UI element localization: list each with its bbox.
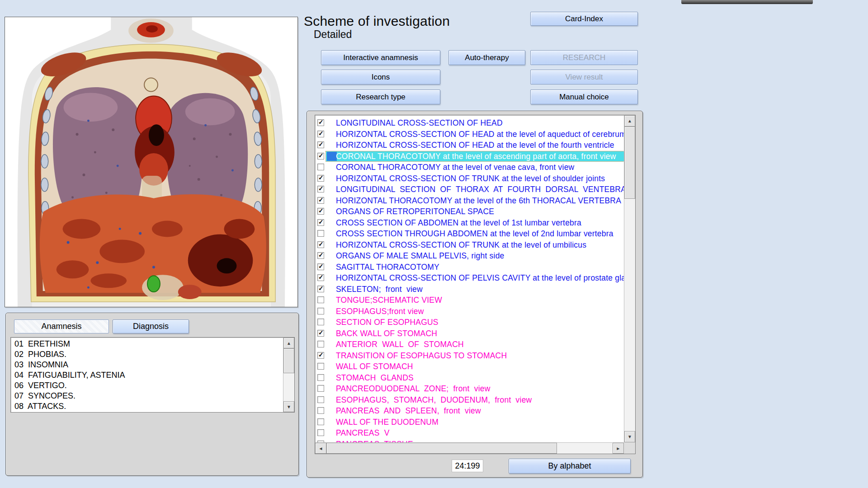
scroll-left-button[interactable]: ◄ (315, 443, 326, 454)
scroll-down-icon: ▼ (627, 434, 632, 439)
item-checkbox[interactable] (317, 219, 324, 226)
scroll-up-button[interactable]: ▲ (283, 338, 294, 348)
item-label: SECTION OF ESOPHAGUS (336, 317, 439, 328)
investigation-item[interactable]: TONGUE;SCHEMATIC VIEW (315, 295, 624, 305)
item-label: HORIZONTAL THORACOTOMY at the level of t… (336, 195, 621, 206)
scroll-down-button[interactable]: ▼ (283, 401, 294, 412)
vertical-scrollbar[interactable]: ▲ ▼ (624, 115, 635, 442)
item-label: PANCREAS TISSUE (336, 439, 413, 443)
item-checkbox[interactable] (317, 352, 324, 359)
investigation-item[interactable]: PANCREAS TISSUE (315, 439, 624, 443)
investigation-item[interactable]: HORIZONTAL CROSS-SECTION OF TRUNK at the… (315, 173, 624, 184)
item-checkbox[interactable] (317, 341, 324, 347)
item-checkbox[interactable] (317, 296, 324, 303)
vertical-scroll-thumb[interactable] (624, 127, 635, 199)
item-checkbox[interactable] (317, 374, 324, 381)
manual-choice-button[interactable]: Manual choice (530, 89, 638, 104)
item-label: TONGUE;SCHEMATIC VIEW (336, 295, 442, 305)
investigation-item[interactable]: PANCREAS AND SPLEEN, front view (315, 405, 624, 416)
research-type-button[interactable]: Research type (321, 89, 440, 104)
investigation-item[interactable]: ORGANS OF MALE SMALL PELVIS, right side (315, 250, 624, 261)
item-checkbox[interactable] (317, 396, 324, 403)
card-index-button[interactable]: Card-Index (530, 12, 638, 26)
item-checkbox[interactable] (317, 131, 324, 137)
investigation-item[interactable]: HORIZONTAL CROSS-SECTION OF TRUNK at the… (315, 239, 624, 250)
investigation-item[interactable]: HORIZONTAL CROSS-SECTION OF PELVIS CAVIT… (315, 272, 624, 283)
item-label: WALL OF THE DUODENUM (336, 417, 439, 427)
investigation-item[interactable]: WALL OF STOMACH (315, 361, 624, 372)
item-label: SKELETON; front view (336, 284, 423, 295)
investigation-item[interactable]: SAGITTAL THORACOTOMY (315, 262, 624, 272)
item-checkbox[interactable] (317, 197, 324, 204)
item-checkbox[interactable] (317, 263, 324, 270)
item-label: CORONAL THORACOTOMY at the level of asce… (336, 151, 616, 162)
tab-anamnesis[interactable]: Anamnesis (14, 319, 109, 333)
anamnesis-item[interactable]: 07 SYNCOPES. (11, 391, 283, 401)
item-checkbox[interactable] (317, 407, 324, 414)
investigation-panel: LONGITUDINAL CROSS-SECTION OF HEADHORIZO… (307, 111, 643, 478)
anamnesis-scrollbar[interactable]: ▲ ▼ (283, 338, 294, 412)
item-checkbox[interactable] (317, 186, 324, 192)
item-checkbox[interactable] (317, 286, 324, 292)
item-checkbox[interactable] (317, 252, 324, 259)
investigation-item[interactable]: SKELETON; front view (315, 284, 624, 295)
investigation-item[interactable]: CORONAL THORACOTOMY at the level of asce… (315, 151, 624, 162)
anamnesis-item[interactable]: 04 FATIGUABILITY, ASTENIA (11, 370, 283, 380)
investigation-item[interactable]: ESOPHAGUS;front view (315, 306, 624, 317)
investigation-item[interactable]: CROSS SECTION THROUGH ABDOMEN at the lev… (315, 228, 624, 239)
vertical-scroll-thumb[interactable] (283, 348, 294, 373)
item-label: CROSS SECTION OF ABDOMEN at the level of… (336, 217, 581, 228)
auto-therapy-button[interactable]: Auto-therapy (448, 50, 525, 65)
external-window-top-edge (681, 0, 813, 4)
investigation-item[interactable]: HORIZONTAL CROSS-SECTION OF HEAD at the … (315, 129, 624, 140)
horizontal-scrollbar[interactable]: ◄ ► (315, 442, 624, 454)
investigation-item[interactable]: WALL OF THE DUODENUM (315, 417, 624, 427)
item-checkbox[interactable] (317, 164, 324, 170)
anamnesis-item[interactable]: 08 ATTACKS. (11, 401, 283, 412)
tab-diagnosis[interactable]: Diagnosis (113, 319, 189, 333)
interactive-anamnesis-button[interactable]: Interactive anamnesis (321, 50, 440, 65)
investigation-item[interactable]: PANCREODUODENAL ZONE; front view (315, 383, 624, 394)
anamnesis-item[interactable]: 06 VERTIGO. (11, 380, 283, 391)
item-checkbox[interactable] (317, 230, 324, 237)
investigation-item[interactable]: LONGITUDINAL CROSS-SECTION OF HEAD (315, 117, 624, 128)
item-checkbox[interactable] (317, 429, 324, 436)
item-checkbox[interactable] (317, 153, 324, 160)
investigation-item[interactable]: LONGITUDINAL SECTION OF THORAX AT FOURTH… (315, 184, 624, 195)
investigation-item[interactable]: ORGANS OF RETROPERITONEAL SPACE (315, 206, 624, 217)
investigation-item[interactable]: SECTION OF ESOPHAGUS (315, 317, 624, 328)
scroll-down-button[interactable]: ▼ (624, 431, 635, 442)
item-checkbox[interactable] (317, 208, 324, 215)
item-checkbox[interactable] (317, 308, 324, 314)
by-alphabet-button[interactable]: By alphabet (509, 459, 631, 474)
item-checkbox[interactable] (317, 385, 324, 392)
anamnesis-item[interactable]: 01 ERETHISM (11, 339, 283, 349)
anamnesis-item[interactable]: 03 INSOMNIA (11, 360, 283, 370)
item-checkbox[interactable] (317, 175, 324, 182)
item-checkbox[interactable] (317, 119, 324, 126)
item-checkbox[interactable] (317, 319, 324, 325)
item-checkbox[interactable] (317, 241, 324, 248)
scroll-up-button[interactable]: ▲ (624, 115, 635, 127)
investigation-item[interactable]: PANCREAS V (315, 427, 624, 438)
scrollbar-corner (624, 442, 635, 454)
item-checkbox[interactable] (317, 418, 324, 425)
horizontal-scroll-thumb[interactable] (326, 443, 557, 454)
item-checkbox[interactable] (317, 363, 324, 370)
investigation-item[interactable]: BACK WALL OF STOMACH (315, 328, 624, 339)
anamnesis-item[interactable]: 02 PHOBIAS. (11, 349, 283, 360)
investigation-item[interactable]: CORONAL THORACOTOMY at the level of vena… (315, 162, 624, 173)
investigation-item[interactable]: HORIZONTAL CROSS-SECTION OF HEAD at the … (315, 140, 624, 150)
item-label: HORIZONTAL CROSS-SECTION OF TRUNK at the… (336, 173, 605, 184)
item-checkbox[interactable] (317, 330, 324, 337)
investigation-item[interactable]: HORIZONTAL THORACOTOMY at the level of t… (315, 195, 624, 206)
item-checkbox[interactable] (317, 141, 324, 148)
item-checkbox[interactable] (317, 274, 324, 281)
investigation-item[interactable]: TRANSITION OF ESOPHAGUS TO STOMACH (315, 350, 624, 361)
investigation-item[interactable]: ESOPHAGUS, STOMACH, DUODENUM, front view (315, 394, 624, 405)
icons-button[interactable]: Icons (321, 70, 440, 84)
investigation-item[interactable]: CROSS SECTION OF ABDOMEN at the level of… (315, 217, 624, 228)
investigation-item[interactable]: STOMACH GLANDS (315, 372, 624, 383)
investigation-item[interactable]: ANTERIOR WALL OF STOMACH (315, 339, 624, 350)
scroll-right-button[interactable]: ► (613, 443, 624, 454)
